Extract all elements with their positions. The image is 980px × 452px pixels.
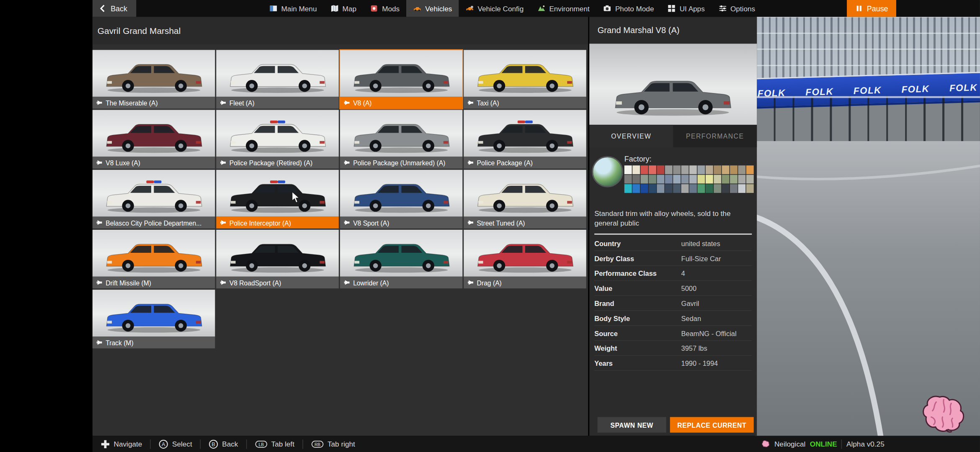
megaphone-icon — [467, 220, 474, 225]
banner-text: FOLK — [805, 85, 834, 97]
nav-item-label: Map — [343, 5, 356, 12]
color-swatch[interactable] — [689, 175, 697, 184]
vehicle-card[interactable]: Lowrider (A) — [340, 230, 462, 288]
color-swatch[interactable] — [738, 184, 745, 193]
tab-performance[interactable]: PERFORMANCE — [673, 125, 757, 147]
color-swatch[interactable] — [714, 175, 721, 184]
nav-item-map[interactable]: Map — [324, 0, 364, 17]
vehicle-card[interactable]: Drift Missile (M) — [93, 230, 215, 288]
b-button-icon: B — [209, 439, 218, 448]
vehicle-card-selected[interactable]: V8 (A) — [340, 50, 462, 108]
color-swatch[interactable] — [706, 184, 713, 193]
color-swatch[interactable] — [697, 184, 705, 193]
vehicle-card[interactable]: Track (M) — [93, 290, 215, 348]
color-swatch[interactable] — [738, 165, 745, 174]
color-swatch[interactable] — [632, 165, 640, 174]
nav-item-main-menu[interactable]: Main Menu — [263, 0, 324, 17]
color-swatch[interactable] — [649, 165, 656, 174]
color-swatch[interactable] — [632, 184, 640, 193]
nav-item-mods[interactable]: Mods — [363, 0, 406, 17]
color-swatch[interactable] — [730, 175, 738, 184]
factory-color-swatches — [624, 165, 754, 193]
spawn-new-button[interactable]: SPAWN NEW — [598, 417, 666, 432]
color-swatch[interactable] — [689, 165, 697, 174]
color-swatch[interactable] — [641, 175, 648, 184]
vehicle-card-label: Police Interceptor (A) — [216, 217, 338, 229]
vehicle-card[interactable]: Taxi (A) — [464, 50, 586, 108]
brain-icon — [761, 440, 770, 448]
color-swatch[interactable] — [681, 165, 689, 174]
vehicle-card[interactable]: Police Package (Unmarked) (A) — [340, 110, 462, 169]
vehicle-thumbnail — [464, 170, 586, 217]
color-swatch[interactable] — [730, 165, 738, 174]
color-swatch[interactable] — [738, 175, 745, 184]
color-swatch[interactable] — [722, 165, 730, 174]
color-swatch[interactable] — [657, 165, 664, 174]
color-swatch[interactable] — [649, 184, 656, 193]
color-swatch[interactable] — [665, 184, 673, 193]
color-swatch[interactable] — [624, 175, 632, 184]
color-swatch[interactable] — [746, 175, 754, 184]
main-menu-icon — [269, 4, 277, 12]
color-swatch[interactable] — [657, 184, 664, 193]
color-swatch[interactable] — [641, 165, 648, 174]
color-swatch[interactable] — [624, 184, 632, 193]
color-swatch[interactable] — [706, 175, 713, 184]
color-swatch[interactable] — [657, 175, 664, 184]
color-swatch[interactable] — [746, 165, 754, 174]
vehicle-card[interactable]: V8 Sport (A) — [340, 170, 462, 229]
vehicle-thumbnail — [464, 50, 586, 97]
pause-button[interactable]: Pause — [847, 0, 896, 17]
vehicle-card-label: Taxi (A) — [464, 97, 586, 108]
nav-item-label: Environment — [549, 5, 589, 12]
color-swatch[interactable] — [706, 165, 713, 174]
mods-icon — [370, 4, 378, 12]
nav-item-options[interactable]: Options — [712, 0, 762, 17]
vehicle-card[interactable]: Fleet (A) — [216, 50, 338, 108]
vehicle-card[interactable]: Drag (A) — [464, 230, 586, 288]
color-swatch[interactable] — [689, 184, 697, 193]
vehicle-card[interactable]: Belasco City Police Departmen... — [93, 170, 215, 229]
vehicle-card[interactable]: The Miserable (A) — [93, 50, 215, 108]
vehicle-card[interactable]: V8 Luxe (A) — [93, 110, 215, 169]
color-swatch[interactable] — [697, 165, 705, 174]
color-swatch[interactable] — [681, 175, 689, 184]
vehicle-card-hovered[interactable]: Police Interceptor (A) — [216, 170, 338, 229]
color-swatch[interactable] — [714, 184, 721, 193]
nav-item-vehicle-config[interactable]: Vehicle Config — [459, 0, 531, 17]
vehicle-card[interactable]: V8 RoadSport (A) — [216, 230, 338, 288]
replace-current-button[interactable]: REPLACE CURRENT — [670, 417, 754, 432]
color-swatch[interactable] — [681, 184, 689, 193]
vehicle-card[interactable]: Police Package (A) — [464, 110, 586, 169]
nav-item-ui-apps[interactable]: UI Apps — [661, 0, 712, 17]
color-swatch[interactable] — [632, 175, 640, 184]
vehicle-card[interactable]: Police Package (Retired) (A) — [216, 110, 338, 169]
color-swatch[interactable] — [722, 184, 730, 193]
vehicle-card-label: Street Tuned (A) — [464, 217, 586, 229]
nav-item-photo-mode[interactable]: Photo Mode — [596, 0, 661, 17]
color-swatch[interactable] — [641, 184, 648, 193]
color-swatch[interactable] — [649, 175, 656, 184]
color-swatch[interactable] — [673, 184, 681, 193]
color-swatch[interactable] — [730, 184, 738, 193]
color-swatch[interactable] — [665, 175, 673, 184]
color-swatch[interactable] — [673, 175, 681, 184]
color-swatch[interactable] — [722, 175, 730, 184]
color-swatch[interactable] — [746, 184, 754, 193]
color-swatch[interactable] — [665, 165, 673, 174]
color-swatch[interactable] — [673, 165, 681, 174]
nav-item-label: Mods — [382, 5, 400, 12]
color-swatch[interactable] — [624, 165, 632, 174]
back-button[interactable]: Back — [93, 0, 136, 17]
tab-overview[interactable]: OVERVIEW — [589, 125, 673, 147]
factory-thumbnail[interactable] — [592, 156, 623, 187]
vehicle-thumbnail — [93, 170, 215, 217]
vehicle-card-label: Lowrider (A) — [340, 277, 462, 288]
vehicle-card-label: Track (M) — [93, 336, 215, 348]
vehicle-card-label: The Miserable (A) — [93, 97, 215, 108]
color-swatch[interactable] — [714, 165, 721, 174]
color-swatch[interactable] — [697, 175, 705, 184]
nav-item-environment[interactable]: Environment — [531, 0, 597, 17]
nav-item-vehicles[interactable]: Vehicles — [407, 0, 459, 17]
vehicle-card[interactable]: Street Tuned (A) — [464, 170, 586, 229]
